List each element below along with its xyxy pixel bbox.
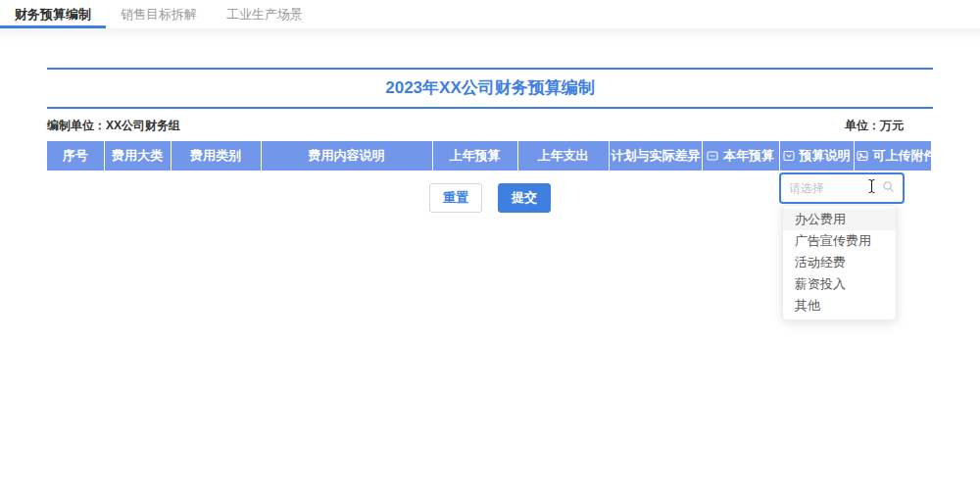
column-header-3: 费用类别	[171, 141, 261, 171]
page-content: 2023年XX公司财务预算编制 编制单位：XX公司财务组 单位：万元 序号费用大…	[0, 68, 980, 213]
select-placeholder: 请选择	[789, 180, 867, 197]
select-icon	[783, 150, 795, 165]
column-header-7: 计划与实际差异	[609, 141, 702, 171]
column-label: 预算说明	[800, 148, 851, 163]
column-label: 上年支出	[538, 148, 589, 163]
column-header-2: 费用大类	[104, 141, 171, 171]
page-title: 2023年XX公司财务预算编制	[47, 76, 933, 99]
select-option-3[interactable]: 活动经费	[783, 252, 896, 273]
unit-label: 单位：万元	[845, 118, 933, 134]
budget-table-wrapper: 序号费用大类费用类别费用内容说明上年预算上年支出计划与实际差异本年预算预算说明可…	[47, 141, 933, 171]
column-label: 费用类别	[190, 148, 241, 163]
column-label: 费用内容说明	[309, 148, 385, 163]
table-header-row: 序号费用大类费用类别费用内容说明上年预算上年支出计划与实际差异本年预算预算说明可…	[47, 141, 931, 171]
column-header-4: 费用内容说明	[261, 141, 432, 171]
column-label: 费用大类	[112, 148, 163, 163]
tab-2[interactable]: 销售目标拆解	[106, 0, 212, 28]
ibeam-cursor	[867, 178, 876, 198]
reset-button[interactable]: 重置	[429, 183, 482, 213]
column-header-5: 上年预算	[432, 141, 517, 171]
select-option-1[interactable]: 办公费用	[783, 209, 896, 230]
select-option-4[interactable]: 薪资投入	[783, 273, 896, 295]
submit-button[interactable]: 提交	[498, 183, 551, 213]
select-option-5[interactable]: 其他	[783, 295, 896, 317]
column-label: 计划与实际差异	[612, 148, 701, 163]
meta-row: 编制单位：XX公司财务组 单位：万元	[47, 118, 933, 134]
column-label: 上年预算	[450, 148, 501, 163]
column-header-10: 可上传附件	[854, 141, 931, 171]
column-label: 可上传附件	[873, 148, 932, 163]
search-icon	[882, 179, 895, 197]
select-option-2[interactable]: 广告宣传费用	[783, 230, 896, 252]
tabbar-shadow	[0, 28, 980, 41]
column-label: 本年预算	[723, 148, 774, 163]
image-icon	[857, 150, 868, 165]
number-input-icon	[707, 150, 718, 165]
column-header-1: 序号	[47, 141, 104, 171]
column-header-8: 本年预算	[702, 141, 779, 171]
budget-table: 序号费用大类费用类别费用内容说明上年预算上年支出计划与实际差异本年预算预算说明可…	[47, 141, 931, 171]
title-box: 2023年XX公司财务预算编制	[47, 68, 933, 109]
budget-note-select[interactable]: 请选择	[779, 172, 905, 204]
tab-1[interactable]: 财务预算编制	[0, 0, 106, 28]
column-header-6: 上年支出	[517, 141, 609, 171]
column-header-9: 预算说明	[779, 141, 854, 171]
prepared-by-label: 编制单位：XX公司财务组	[47, 118, 180, 134]
tab-bar: 财务预算编制销售目标拆解工业生产场景	[0, 0, 980, 28]
select-dropdown-panel: 办公费用广告宣传费用活动经费薪资投入其他	[782, 205, 897, 320]
tab-3[interactable]: 工业生产场景	[212, 0, 318, 28]
column-label: 序号	[63, 148, 88, 163]
